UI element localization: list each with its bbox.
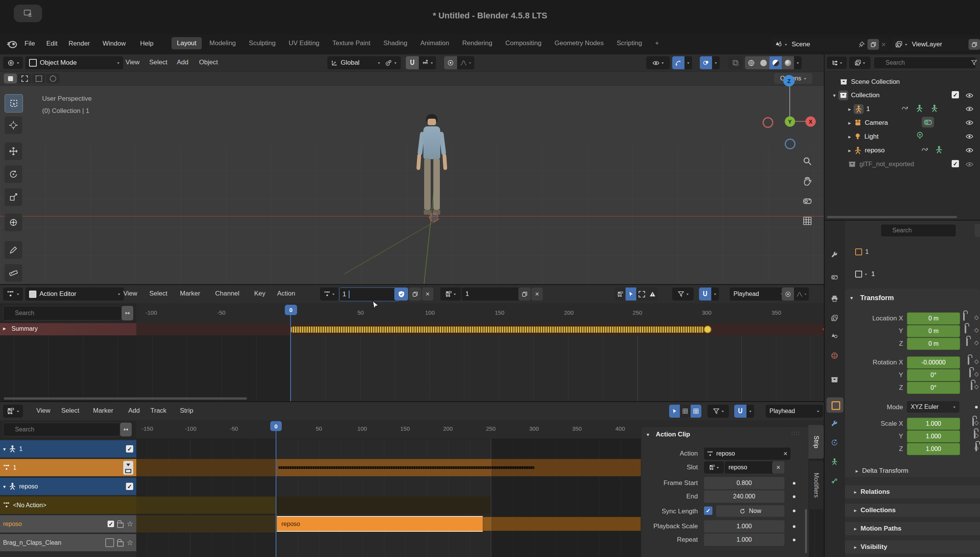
summary-expand-icon[interactable]: ▸: [3, 325, 6, 332]
navigation-gizmo[interactable]: Z Y X: [758, 70, 819, 150]
action-datablock-icon-dropdown[interactable]: [320, 287, 338, 301]
sync-length-checkbox[interactable]: ✓: [704, 506, 712, 515]
outliner-row-armature-1[interactable]: ▸ 1: [848, 102, 870, 116]
tool-move[interactable]: [5, 142, 22, 160]
summary-keyframes[interactable]: [290, 326, 705, 333]
nla-playhead-line[interactable]: [276, 430, 276, 557]
mode-dropdown[interactable]: Object Mode: [25, 56, 123, 69]
menu-render[interactable]: Render: [69, 40, 90, 47]
panel-motion-paths[interactable]: ▸ Motion Paths: [845, 521, 980, 535]
expand-icon[interactable]: ▾: [3, 483, 6, 490]
dope-snap-caret-icon[interactable]: [714, 294, 716, 296]
tab-rendering[interactable]: Rendering: [457, 37, 498, 49]
nla-track-object-reposo[interactable]: ▾ reposo ✓: [0, 478, 136, 495]
select-mode-invert-button[interactable]: [46, 74, 59, 83]
dope-mode-dropdown[interactable]: Action Editor: [25, 287, 124, 301]
tab-render-icon[interactable]: [831, 273, 838, 281]
outliner-row-collection[interactable]: ▾ Collection: [833, 88, 880, 102]
nla-track-brag[interactable]: Brag_n_Claps_Clean ☆: [0, 534, 136, 551]
dope-current-frame[interactable]: 0: [285, 305, 297, 315]
dope-editor-type-button[interactable]: [3, 287, 23, 301]
scale-z-field[interactable]: 1.000: [907, 443, 960, 455]
tool-measure[interactable]: [5, 264, 22, 282]
dope-playhead-dropdown[interactable]: Playhead: [730, 287, 787, 301]
tab-scripting[interactable]: Scripting: [611, 37, 647, 49]
viewport-menu-view[interactable]: View: [126, 59, 140, 66]
outliner-row-camera[interactable]: ▸ Camera: [848, 116, 888, 129]
nla-menu-select[interactable]: Select: [61, 407, 79, 415]
slot-dropdown[interactable]: [704, 461, 724, 474]
eye-icon[interactable]: [965, 132, 973, 140]
breadcrumb-text[interactable]: 1: [865, 248, 869, 256]
fake-user-toggle[interactable]: [394, 287, 408, 301]
sidebar-tab-strip[interactable]: Strip: [808, 425, 824, 459]
nla-menu-track[interactable]: Track: [150, 407, 167, 415]
zoom-button[interactable]: [799, 153, 815, 169]
action-field[interactable]: reposo ×: [704, 448, 791, 460]
pivot-dropdown[interactable]: [381, 56, 401, 69]
gizmo-toggle[interactable]: [672, 56, 684, 69]
nla-menu-view[interactable]: View: [36, 407, 51, 415]
tab-tool-icon[interactable]: [831, 251, 838, 259]
unlock-icon[interactable]: [117, 523, 124, 528]
eye-icon[interactable]: [965, 119, 973, 127]
dope-menu-select[interactable]: Select: [149, 290, 167, 297]
viewport-menu-add[interactable]: Add: [177, 59, 188, 66]
delta-transform-subpanel[interactable]: ▸ Delta Transform: [856, 467, 908, 475]
dope-search-input[interactable]: [3, 306, 122, 320]
xray-toggle[interactable]: [728, 56, 743, 69]
dope-filter-dropdown[interactable]: [672, 287, 694, 301]
sidebar-tab-modifiers[interactable]: Modifiers: [808, 460, 824, 510]
dope-menu-channel[interactable]: Channel: [215, 290, 239, 297]
nla-editor[interactable]: View Select Marker Add Track Strip Playh…: [0, 402, 824, 557]
viewport-menu-select[interactable]: Select: [149, 59, 167, 66]
falloff-dropdown[interactable]: [457, 56, 474, 69]
tool-scale[interactable]: [5, 188, 22, 206]
nla-menu-add[interactable]: Add: [128, 407, 140, 415]
outliner-filter-icon[interactable]: [971, 59, 977, 66]
outliner-hscrollbar[interactable]: [827, 216, 957, 218]
proportional-toggle[interactable]: [444, 56, 457, 69]
snap-toggle[interactable]: [406, 56, 419, 69]
select-mode-subtract-button[interactable]: [32, 74, 45, 83]
light-data-icon[interactable]: [915, 131, 924, 140]
gltf-checkbox[interactable]: ✓: [952, 160, 959, 167]
outliner-search-input[interactable]: [874, 57, 976, 69]
expand-icon[interactable]: ▾: [833, 92, 836, 98]
gizmo-y-axis[interactable]: Y: [785, 116, 795, 127]
menu-window[interactable]: Window: [103, 40, 126, 47]
rotation-x-field[interactable]: -0.00000: [907, 356, 960, 369]
shading-material-button[interactable]: [769, 56, 782, 69]
dope-menu-marker[interactable]: Marker: [180, 290, 200, 297]
expand-icon[interactable]: ▸: [848, 106, 851, 112]
location-y-field[interactable]: 0 m: [907, 325, 960, 337]
playback-scale-animate-dot[interactable]: [793, 525, 795, 528]
tab-geometry-nodes[interactable]: Geometry Nodes: [549, 37, 609, 49]
properties-search-input[interactable]: [880, 224, 956, 237]
outliner-row-light[interactable]: ▸ Light: [848, 130, 879, 143]
nla-sync-toggle[interactable]: [691, 405, 701, 418]
tool-transform[interactable]: [5, 214, 22, 231]
slot-clear-button[interactable]: ×: [772, 461, 784, 474]
ortho-toggle-button[interactable]: [799, 213, 815, 229]
tab-animation[interactable]: Animation: [415, 37, 455, 49]
scale-y-field[interactable]: 1.000: [907, 430, 960, 443]
nla-menu-strip[interactable]: Strip: [180, 407, 193, 415]
eye-icon[interactable]: [965, 105, 973, 113]
tab-bone-icon[interactable]: [831, 477, 838, 485]
visibility-dropdown[interactable]: [646, 56, 670, 69]
expand-icon[interactable]: ▸: [848, 134, 851, 140]
gizmo-x-neg-axis[interactable]: [763, 117, 773, 128]
tab-scene-icon[interactable]: [831, 332, 838, 340]
tool-cursor[interactable]: [5, 116, 22, 134]
nla-playhead-dropdown[interactable]: Playhead: [766, 405, 823, 418]
dopesheet-editor[interactable]: Action Editor View Select Marker Channel…: [0, 285, 824, 401]
blender-logo-icon[interactable]: [6, 38, 18, 50]
action-name-field[interactable]: 1: [339, 287, 400, 301]
rotation-y-field[interactable]: 0°: [907, 369, 960, 381]
object-id-selector[interactable]: 1: [855, 270, 875, 278]
unlock-icon[interactable]: [117, 541, 124, 547]
nla-editor-type-button[interactable]: [3, 405, 23, 418]
properties-editor[interactable]: 1 1 ▾ Transform Location X 0 m ◇ Y 0 m ◇…: [825, 221, 980, 557]
tab-output-icon[interactable]: [831, 295, 838, 302]
